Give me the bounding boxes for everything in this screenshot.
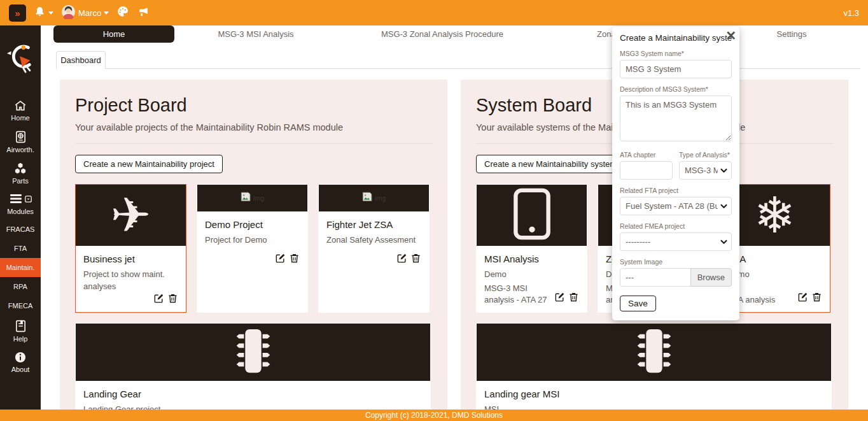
card-title: Landing Gear (83, 389, 423, 399)
related-fta-project-select[interactable]: Fuel System - ATA 28 (Busir (620, 197, 732, 215)
close-icon[interactable]: ✕ (725, 29, 736, 42)
project-cards-row: ✈ Business jet Project to show maint. an… (75, 184, 432, 313)
trash-icon[interactable] (568, 292, 579, 306)
avatar (61, 4, 76, 22)
notifications-button[interactable] (34, 6, 53, 20)
sidebar-item-rpa[interactable]: RPA (0, 277, 41, 296)
announcements-button[interactable] (137, 6, 150, 20)
create-project-button[interactable]: Create a new Maintainability project (75, 155, 223, 173)
app-version: v1.3 (843, 8, 859, 18)
field-label: MSG3 System name* (620, 50, 732, 57)
card-details: MSG-3 MSI analysis - ATA 27 (484, 283, 554, 306)
trash-icon[interactable] (410, 253, 421, 267)
tablet-icon (512, 188, 552, 243)
type-of-analysis-select[interactable]: MSG-3 MS (679, 161, 732, 180)
file-path-input[interactable] (620, 268, 691, 287)
card-image (76, 324, 430, 381)
trash-icon[interactable] (289, 253, 300, 267)
save-button[interactable]: Save (620, 296, 656, 311)
trash-icon[interactable] (811, 292, 822, 306)
system-card-msi-analysis[interactable]: MSI Analysis Demo MSG-3 MSI analysis - A… (476, 184, 587, 313)
card-description: Zonal Safety Assesment (326, 234, 421, 246)
list-icon (10, 194, 22, 205)
related-fmea-project-select[interactable]: --------- (620, 232, 732, 251)
topbar: » Marco v1.3 (0, 0, 868, 25)
card-image (477, 185, 587, 246)
system-image-file-input: Browse (620, 268, 732, 287)
sidebar: Home Airworth. Parts Modules FRACAS FTA … (0, 25, 41, 421)
tab-dashboard[interactable]: Dashboard (56, 51, 106, 69)
project-card-landing-gear[interactable]: Landing Gear Landing Gear project (75, 323, 431, 421)
sidebar-item-help[interactable]: Help (0, 315, 41, 347)
chip-icon (625, 326, 683, 378)
chevron-down-icon (720, 239, 727, 245)
page-title: Project Board (75, 95, 432, 116)
project-card-business-jet[interactable]: ✈ Business jet Project to show maint. an… (75, 184, 186, 313)
image-alt-text: img (253, 194, 265, 202)
edit-icon[interactable] (797, 292, 808, 306)
sidebar-item-parts[interactable]: Parts (0, 158, 41, 189)
book-icon (0, 320, 41, 332)
sidebar-item-fta[interactable]: FTA (0, 239, 41, 258)
tab-msg3-msi-analysis[interactable]: MSG-3 MSI Analysis (192, 25, 319, 43)
caret-box-icon (25, 196, 32, 204)
tab-msg3-zonal-analysis-procedure[interactable]: MSG-3 Zonal Analysis Procedure (366, 25, 519, 43)
sidebar-item-fmeca[interactable]: FMECA (0, 296, 41, 315)
card-title: Fighter Jet ZSA (326, 219, 421, 230)
sidebar-item-fracas[interactable]: FRACAS (0, 220, 41, 239)
card-title: Business jet (83, 253, 178, 264)
card-description: Project for Demo (205, 234, 300, 246)
theme-button[interactable] (116, 5, 129, 20)
chip-icon (224, 326, 283, 378)
divider (56, 68, 860, 69)
image-alt-text: img (375, 194, 386, 202)
project-card-fighter-jet-zsa[interactable]: img Fighter Jet ZSA Zonal Safety Assesme… (318, 184, 430, 313)
card-title: MSI Analysis (484, 253, 579, 264)
robin-logo (6, 42, 35, 76)
broken-image-icon (241, 192, 252, 204)
trash-icon[interactable] (167, 293, 178, 307)
tab-settings[interactable]: Settings (760, 25, 823, 43)
chevron-down-icon (48, 11, 53, 15)
sidebar-item-airworthiness[interactable]: Airworth. (0, 126, 41, 158)
chevron-down-icon (720, 168, 727, 173)
tab-home[interactable]: Home (53, 25, 174, 43)
browse-button[interactable]: Browse (690, 268, 732, 287)
system-name-input[interactable] (620, 60, 732, 78)
field-label: Related FMEA project (620, 222, 732, 230)
create-system-button[interactable]: Create a new Maintainability system (476, 155, 625, 173)
footer: Copyright (c) 2018-2021, DMD Solutions (0, 410, 868, 421)
card-image: img (319, 185, 429, 211)
info-icon (0, 352, 41, 363)
edit-icon[interactable] (396, 253, 407, 267)
cubes-icon (0, 162, 41, 175)
field-label: Description of MSG3 System* (620, 85, 732, 93)
sidebar-item-home[interactable]: Home (0, 96, 41, 126)
project-board-panel: Project Board Your available projects of… (60, 80, 447, 421)
passport-icon (0, 131, 41, 143)
card-image: ✈ (76, 185, 186, 246)
edit-icon[interactable] (153, 293, 164, 307)
sidebar-item-maintain[interactable]: Maintain. (0, 258, 41, 277)
card-image: img (197, 185, 307, 211)
sidebar-item-about[interactable]: About (0, 347, 41, 378)
ata-chapter-input[interactable] (620, 161, 673, 180)
system-card-landing-gear-msi[interactable]: Landing gear MSI MSI (476, 323, 832, 421)
divider (75, 143, 432, 144)
main-content: Home MSG-3 MSI Analysis MSG-3 Zonal Anal… (41, 25, 868, 421)
field-label: Type of Analysis* (679, 151, 732, 159)
system-description-textarea[interactable]: This is an MSG3 System (620, 96, 732, 141)
palette-icon (116, 5, 129, 20)
edit-icon[interactable] (554, 292, 565, 306)
board-subtitle: Your available projects of the Maintaina… (75, 122, 432, 132)
sidebar-toggle-button[interactable]: » (9, 4, 26, 22)
project-card-demo-project[interactable]: img Demo Project Project for Demo (197, 184, 308, 313)
sidebar-item-modules[interactable]: Modules (0, 189, 41, 220)
field-label: Related FTA project (620, 187, 732, 194)
edit-icon[interactable] (275, 253, 286, 267)
card-title: Demo Project (205, 219, 300, 230)
create-system-modal: Create a Maintainability system ✕ MSG3 S… (612, 27, 739, 320)
user-menu[interactable]: Marco (61, 4, 109, 22)
copyright-text: Copyright (c) 2018-2021, DMD Solutions (365, 411, 503, 420)
airplane-icon: ✈ (111, 191, 151, 239)
